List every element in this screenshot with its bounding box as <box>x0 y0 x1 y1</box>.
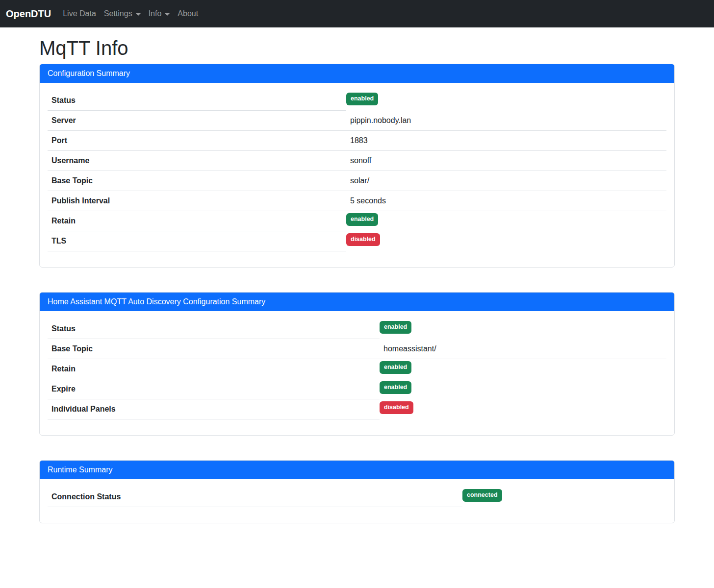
table-row-status: Statusenabled <box>48 91 666 111</box>
status-badge-disabled: disabled <box>380 401 413 414</box>
table-row-server: Serverpippin.nobody.lan <box>48 111 666 131</box>
row-value: enabled <box>346 211 666 231</box>
row-value: 1883 <box>346 131 666 151</box>
table-row-tls: TLSdisabled <box>48 231 666 251</box>
table-row-username: Usernamesonoff <box>48 151 666 171</box>
nav-item-info[interactable]: Info <box>145 4 174 24</box>
row-label: Individual Panels <box>48 399 380 419</box>
summary-table: StatusenabledBase Topichomeassistant/Ret… <box>48 319 666 419</box>
nav-item-about[interactable]: About <box>174 4 202 24</box>
row-value: enabled <box>346 91 666 111</box>
cards-container: Configuration SummaryStatusenabledServer… <box>39 64 675 523</box>
row-label: Username <box>48 151 346 171</box>
status-badge-enabled: enabled <box>380 381 411 394</box>
card-runtime-summary: Runtime SummaryConnection Statusconnecte… <box>39 460 675 523</box>
row-label: Status <box>48 91 346 111</box>
nav-item-label: Info <box>149 8 162 20</box>
row-label: Retain <box>48 359 380 379</box>
row-label: Expire <box>48 379 380 399</box>
row-value: pippin.nobody.lan <box>346 111 666 131</box>
card-header-home-assistant-mqtt-auto-discovery-configuration-summary: Home Assistant MQTT Auto Discovery Confi… <box>40 293 674 311</box>
row-label: Base Topic <box>48 339 380 359</box>
row-value: enabled <box>380 319 666 339</box>
chevron-down-icon <box>165 13 170 16</box>
row-value: disabled <box>380 399 666 419</box>
nav-item-label: Live Data <box>63 8 96 20</box>
card-configuration-summary: Configuration SummaryStatusenabledServer… <box>39 64 675 268</box>
table-row-connection-status: Connection Statusconnected <box>48 487 666 507</box>
row-label: Retain <box>48 211 346 231</box>
row-label: Status <box>48 319 380 339</box>
chevron-down-icon <box>136 13 141 16</box>
row-label: Port <box>48 131 346 151</box>
page-title: MqTT Info <box>39 36 675 60</box>
main-content: MqTT Info Configuration SummaryStatusena… <box>33 36 681 543</box>
status-badge-connected: connected <box>462 489 502 502</box>
nav-item-label: Settings <box>104 8 132 20</box>
navbar: OpenDTU Live Data Settings Info About <box>0 0 714 27</box>
row-value: solar/ <box>346 171 666 191</box>
table-row-status: Statusenabled <box>48 319 666 339</box>
row-value: enabled <box>380 379 666 399</box>
row-value: connected <box>462 487 666 507</box>
card-body: Connection Statusconnected <box>40 479 674 523</box>
row-value: 5 seconds <box>346 191 666 211</box>
summary-table: StatusenabledServerpippin.nobody.lanPort… <box>48 91 666 251</box>
table-row-base-topic: Base Topicsolar/ <box>48 171 666 191</box>
row-value: sonoff <box>346 151 666 171</box>
row-label: Publish Interval <box>48 191 346 211</box>
brand-opendtu[interactable]: OpenDTU <box>6 8 51 20</box>
nav-item-live-data[interactable]: Live Data <box>59 4 100 24</box>
nav-links: Live Data Settings Info About <box>59 4 202 24</box>
table-row-base-topic: Base Topichomeassistant/ <box>48 339 666 359</box>
card-body: StatusenabledServerpippin.nobody.lanPort… <box>40 83 674 267</box>
table-row-port: Port1883 <box>48 131 666 151</box>
nav-item-label: About <box>178 8 198 20</box>
table-row-retain: Retainenabled <box>48 211 666 231</box>
row-value: enabled <box>380 359 666 379</box>
card-header-configuration-summary: Configuration Summary <box>40 64 674 83</box>
nav-item-settings[interactable]: Settings <box>100 4 145 24</box>
row-value: disabled <box>346 231 666 251</box>
status-badge-enabled: enabled <box>346 213 378 226</box>
card-home-assistant-mqtt-auto-discovery-configuration-summary: Home Assistant MQTT Auto Discovery Confi… <box>39 292 675 436</box>
status-badge-disabled: disabled <box>346 233 380 246</box>
table-row-publish-interval: Publish Interval5 seconds <box>48 191 666 211</box>
table-row-individual-panels: Individual Panelsdisabled <box>48 399 666 419</box>
status-badge-enabled: enabled <box>380 321 411 334</box>
table-row-expire: Expireenabled <box>48 379 666 399</box>
row-value: homeassistant/ <box>380 339 666 359</box>
summary-table: Connection Statusconnected <box>48 487 666 507</box>
row-label: Base Topic <box>48 171 346 191</box>
status-badge-enabled: enabled <box>346 93 378 105</box>
row-label: Server <box>48 111 346 131</box>
row-label: Connection Status <box>48 487 462 507</box>
card-body: StatusenabledBase Topichomeassistant/Ret… <box>40 311 674 435</box>
row-label: TLS <box>48 231 346 251</box>
status-badge-enabled: enabled <box>380 361 411 374</box>
card-header-runtime-summary: Runtime Summary <box>40 461 674 479</box>
table-row-retain: Retainenabled <box>48 359 666 379</box>
